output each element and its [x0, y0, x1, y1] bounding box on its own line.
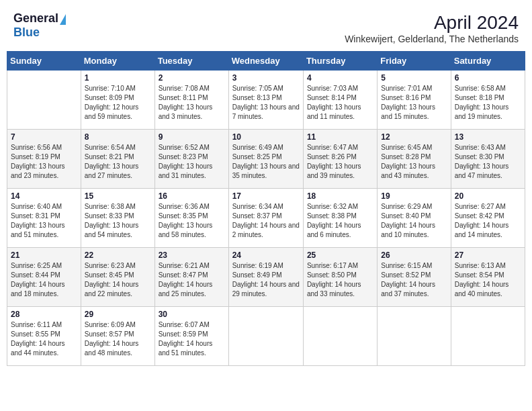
weekday-header-friday: Friday	[378, 52, 451, 71]
daylight-text: Daylight: 14 hours and 10 minutes.	[381, 221, 447, 240]
daylight-text: Daylight: 13 hours and 54 minutes.	[85, 221, 151, 240]
sunset-text: Sunset: 8:31 PM	[11, 212, 77, 221]
sunset-text: Sunset: 8:30 PM	[455, 152, 521, 162]
day-number: 9	[159, 132, 225, 142]
calendar-cell: 4Sunrise: 7:03 AMSunset: 8:14 PMDaylight…	[303, 71, 377, 130]
daylight-text: Daylight: 14 hours and 40 minutes.	[455, 280, 521, 299]
title-block: April 2024 Winkewijert, Gelderland, The …	[345, 12, 519, 44]
weekday-header-monday: Monday	[81, 52, 154, 71]
day-number: 20	[455, 191, 521, 201]
day-number: 13	[455, 132, 521, 142]
calendar-cell: 30Sunrise: 6:07 AMSunset: 8:59 PMDayligh…	[154, 307, 228, 366]
daylight-text: Daylight: 13 hours and 58 minutes.	[159, 221, 225, 240]
calendar-week-row: 28Sunrise: 6:11 AMSunset: 8:55 PMDayligh…	[7, 307, 525, 366]
day-number: 25	[307, 250, 373, 260]
sunset-text: Sunset: 8:28 PM	[381, 152, 447, 162]
sunrise-text: Sunrise: 6:47 AM	[307, 143, 373, 152]
sunset-text: Sunset: 8:09 PM	[85, 93, 151, 103]
calendar-table: SundayMondayTuesdayWednesdayThursdayFrid…	[7, 51, 525, 366]
sunset-text: Sunset: 8:47 PM	[159, 271, 225, 280]
sunrise-text: Sunrise: 6:36 AM	[159, 202, 225, 212]
sunset-text: Sunset: 8:54 PM	[455, 271, 521, 280]
cell-content: Sunrise: 6:25 AMSunset: 8:44 PMDaylight:…	[11, 261, 77, 299]
daylight-text: Daylight: 13 hours and 39 minutes.	[307, 162, 373, 181]
day-number: 8	[85, 132, 151, 142]
daylight-text: Daylight: 14 hours and 6 minutes.	[307, 221, 373, 240]
sunrise-text: Sunrise: 6:19 AM	[232, 261, 300, 271]
day-number: 12	[381, 132, 447, 142]
daylight-text: Daylight: 13 hours and 35 minutes.	[232, 162, 300, 181]
sunset-text: Sunset: 8:55 PM	[11, 330, 77, 339]
day-number: 3	[232, 73, 300, 83]
daylight-text: Daylight: 14 hours and 44 minutes.	[11, 339, 77, 358]
sunset-text: Sunset: 8:21 PM	[85, 152, 151, 162]
sunrise-text: Sunrise: 6:56 AM	[11, 143, 77, 152]
calendar-cell: 20Sunrise: 6:27 AMSunset: 8:42 PMDayligh…	[451, 189, 525, 248]
sunrise-text: Sunrise: 7:05 AM	[232, 84, 300, 93]
sunset-text: Sunset: 8:52 PM	[381, 271, 447, 280]
daylight-text: Daylight: 13 hours and 47 minutes.	[455, 162, 521, 181]
cell-content: Sunrise: 6:40 AMSunset: 8:31 PMDaylight:…	[11, 202, 77, 240]
page-container: General Blue April 2024 Winkewijert, Gel…	[7, 7, 525, 366]
calendar-cell	[7, 71, 81, 130]
calendar-week-row: 7Sunrise: 6:56 AMSunset: 8:19 PMDaylight…	[7, 130, 525, 189]
sunrise-text: Sunrise: 6:17 AM	[307, 261, 373, 271]
day-number: 6	[455, 73, 521, 83]
calendar-cell: 10Sunrise: 6:49 AMSunset: 8:25 PMDayligh…	[228, 130, 303, 189]
daylight-text: Daylight: 13 hours and 27 minutes.	[85, 162, 151, 181]
sunrise-text: Sunrise: 6:23 AM	[85, 261, 151, 271]
calendar-cell: 12Sunrise: 6:45 AMSunset: 8:28 PMDayligh…	[378, 130, 451, 189]
sunset-text: Sunset: 8:49 PM	[232, 271, 300, 280]
sunset-text: Sunset: 8:16 PM	[381, 93, 447, 103]
daylight-text: Daylight: 13 hours and 11 minutes.	[307, 103, 373, 122]
sunrise-text: Sunrise: 6:54 AM	[85, 143, 151, 152]
calendar-week-row: 1Sunrise: 7:10 AMSunset: 8:09 PMDaylight…	[7, 71, 525, 130]
calendar-cell: 22Sunrise: 6:23 AMSunset: 8:45 PMDayligh…	[81, 248, 154, 307]
daylight-text: Daylight: 13 hours and 31 minutes.	[159, 162, 225, 181]
sunset-text: Sunset: 8:26 PM	[307, 152, 373, 162]
sunrise-text: Sunrise: 6:11 AM	[11, 320, 77, 330]
sunset-text: Sunset: 8:37 PM	[232, 212, 300, 221]
sunrise-text: Sunrise: 6:45 AM	[381, 143, 447, 152]
sunset-text: Sunset: 8:45 PM	[85, 271, 151, 280]
cell-content: Sunrise: 6:23 AMSunset: 8:45 PMDaylight:…	[85, 261, 151, 299]
day-number: 18	[307, 191, 373, 201]
day-number: 11	[307, 132, 373, 142]
header: General Blue April 2024 Winkewijert, Gel…	[7, 7, 525, 47]
daylight-text: Daylight: 13 hours and 19 minutes.	[455, 103, 521, 122]
daylight-text: Daylight: 14 hours and 51 minutes.	[159, 339, 225, 358]
sunrise-text: Sunrise: 6:09 AM	[85, 320, 151, 330]
location-subtitle: Winkewijert, Gelderland, The Netherlands	[345, 34, 519, 44]
sunrise-text: Sunrise: 6:58 AM	[455, 84, 521, 93]
day-number: 23	[159, 250, 225, 260]
cell-content: Sunrise: 6:21 AMSunset: 8:47 PMDaylight:…	[159, 261, 225, 299]
sunset-text: Sunset: 8:57 PM	[85, 330, 151, 339]
daylight-text: Daylight: 12 hours and 59 minutes.	[85, 103, 151, 122]
day-number: 21	[11, 250, 77, 260]
day-number: 28	[11, 310, 77, 319]
calendar-cell: 8Sunrise: 6:54 AMSunset: 8:21 PMDaylight…	[81, 130, 154, 189]
day-number: 4	[307, 73, 373, 83]
sunset-text: Sunset: 8:44 PM	[11, 271, 77, 280]
cell-content: Sunrise: 7:10 AMSunset: 8:09 PMDaylight:…	[85, 84, 151, 122]
day-number: 30	[159, 310, 225, 319]
calendar-week-row: 21Sunrise: 6:25 AMSunset: 8:44 PMDayligh…	[7, 248, 525, 307]
weekday-header-saturday: Saturday	[451, 52, 525, 71]
daylight-text: Daylight: 13 hours and 51 minutes.	[11, 221, 77, 240]
calendar-cell	[378, 307, 451, 366]
sunset-text: Sunset: 8:35 PM	[159, 212, 225, 221]
sunset-text: Sunset: 8:38 PM	[307, 212, 373, 221]
cell-content: Sunrise: 6:52 AMSunset: 8:23 PMDaylight:…	[159, 143, 225, 181]
month-year-title: April 2024	[345, 12, 519, 34]
daylight-text: Daylight: 13 hours and 3 minutes.	[159, 103, 225, 122]
daylight-text: Daylight: 13 hours and 23 minutes.	[11, 162, 77, 181]
cell-content: Sunrise: 7:01 AMSunset: 8:16 PMDaylight:…	[381, 84, 447, 122]
sunset-text: Sunset: 8:40 PM	[381, 212, 447, 221]
logo-general: General	[13, 12, 58, 26]
cell-content: Sunrise: 6:43 AMSunset: 8:30 PMDaylight:…	[455, 143, 521, 181]
sunset-text: Sunset: 8:59 PM	[159, 330, 225, 339]
calendar-cell: 19Sunrise: 6:29 AMSunset: 8:40 PMDayligh…	[378, 189, 451, 248]
day-number: 19	[381, 191, 447, 201]
daylight-text: Daylight: 14 hours and 33 minutes.	[307, 280, 373, 299]
day-number: 14	[11, 191, 77, 201]
